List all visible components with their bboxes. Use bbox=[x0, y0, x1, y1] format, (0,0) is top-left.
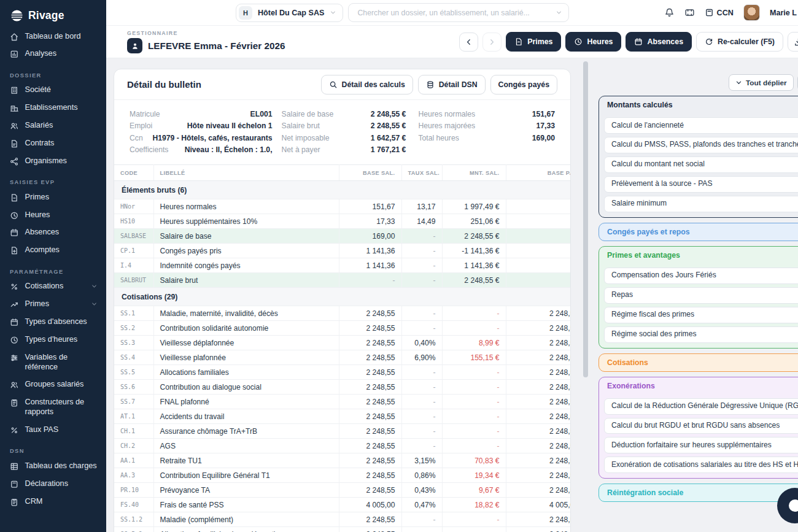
col-header-code[interactable]: CODE bbox=[114, 165, 153, 181]
table-row[interactable]: CP.1Congés payés pris1 141,36--1 141,36 … bbox=[114, 244, 571, 258]
sidebar-item-primes[interactable]: Primes bbox=[0, 188, 106, 206]
search-input[interactable] bbox=[356, 8, 556, 18]
calc-group-header[interactable]: Cotisations bbox=[599, 354, 798, 371]
search-box[interactable] bbox=[348, 3, 569, 22]
table-row[interactable]: HS10Heures supplémentaires 10%17,3314,49… bbox=[114, 214, 571, 229]
table-section-row[interactable]: Éléments bruts (6) bbox=[114, 181, 571, 199]
table-row[interactable]: SALBASESalaire de base169,00-2 248,55 €- bbox=[114, 229, 571, 244]
calc-item[interactable]: Régime fiscal des primes bbox=[604, 307, 798, 323]
brand-logo[interactable]: Rivage bbox=[0, 0, 106, 28]
database-icon bbox=[426, 80, 435, 89]
table-row[interactable]: SS.2Contribution solidarité autonomie2 2… bbox=[114, 321, 571, 336]
col-header-base-sal[interactable]: BASE SAL. bbox=[339, 165, 401, 181]
calc-item[interactable]: Calcul du montant net social bbox=[604, 156, 798, 173]
calc-item[interactable]: Calcul de la Réduction Générale Dégressi… bbox=[604, 398, 798, 415]
scrollbar-thumb[interactable] bbox=[583, 61, 588, 377]
table-row[interactable]: SS.3Vieillesse déplafonnée2 248,550,40%8… bbox=[114, 336, 571, 350]
table-row[interactable]: SS.1Maladie, maternité, invalidité, décè… bbox=[114, 306, 571, 321]
sidebar-item-declarations[interactable]: Déclarations bbox=[0, 475, 106, 493]
calc-group-header[interactable]: Montants calculés bbox=[599, 96, 798, 114]
primes-button[interactable]: Primes bbox=[506, 32, 561, 52]
calc-item[interactable]: Salaire minimum bbox=[604, 196, 798, 212]
calc-item[interactable]: Calcul de l'ancienneté bbox=[604, 117, 798, 134]
calc-item[interactable]: Déduction forfaitaire sur heures supplém… bbox=[604, 437, 798, 453]
col-header-mnt-sal[interactable]: MNT. SAL. bbox=[442, 165, 506, 181]
next-period-button[interactable] bbox=[482, 33, 502, 52]
rivage-logo-icon bbox=[10, 9, 24, 23]
sidebar-item-tableau-de-bord[interactable]: Tableau de bord bbox=[0, 28, 106, 45]
sidebar-item-types-d-absences[interactable]: Types d'absences bbox=[0, 313, 106, 331]
detail-calculs-button[interactable]: Détail des calculs bbox=[321, 75, 413, 94]
sidebar-item-cotisations[interactable]: Cotisations bbox=[0, 278, 106, 296]
table-row[interactable]: SS.5Allocations familiales2 248,55--2 24… bbox=[114, 365, 571, 380]
calc-group-header[interactable]: Congés payés et repos bbox=[599, 223, 798, 241]
cell-code: SS.5 bbox=[114, 365, 153, 380]
sidebar-item-heures[interactable]: Heures bbox=[0, 206, 106, 224]
calc-item[interactable]: Compensation des Jours Fériés bbox=[604, 268, 798, 284]
table-row[interactable]: PR.10Prévoyance TA2 248,550,43%9,67 €2 2… bbox=[114, 483, 571, 498]
calc-group-header[interactable]: Réintégration sociale bbox=[599, 484, 798, 501]
cell-base-sal: 2 248,55 bbox=[339, 336, 401, 350]
sidebar-item-societe[interactable]: Société bbox=[0, 82, 106, 99]
heures-button[interactable]: Heures bbox=[565, 32, 621, 52]
absences-button[interactable]: Absences bbox=[626, 32, 692, 52]
sidebar-item-etablissements[interactable]: Etablissements bbox=[0, 99, 106, 117]
col-header-taux-sal[interactable]: TAUX SAL. bbox=[401, 165, 442, 181]
table-row[interactable]: AT.1Accidents du travail2 248,55--2 248,… bbox=[114, 409, 571, 424]
table-row[interactable]: CH.1Assurance chômage TrA+TrB2 248,55--2… bbox=[114, 424, 571, 439]
table-row[interactable]: CH.2AGS2 248,55--2 248,55 bbox=[114, 439, 571, 453]
table-row[interactable]: I.4Indemnité congés payés1 141,36-1 141,… bbox=[114, 258, 571, 273]
table-row[interactable]: SS.6Contribution au dialogue social2 248… bbox=[114, 380, 571, 395]
table-row[interactable]: HNorHeures normales151,6713,171 997,49 €… bbox=[114, 199, 571, 214]
table-row[interactable]: AA.1Retraite TU12 248,553,15%70,83 €2 24… bbox=[114, 453, 571, 468]
sidebar-item-variables-de-reference[interactable]: Variables de référence bbox=[0, 349, 106, 376]
expand-all-button[interactable]: Tout déplier bbox=[729, 74, 794, 91]
calc-item[interactable]: Calcul du brut RGDU et brut RGDU sans ab… bbox=[604, 418, 798, 434]
sidebar-item-taux-pas[interactable]: Taux PAS bbox=[0, 422, 106, 439]
conges-payes-button[interactable]: Congés payés bbox=[490, 75, 557, 94]
sidebar-item-organismes[interactable]: Organismes bbox=[0, 152, 106, 170]
table-row[interactable]: AA.3Contribution Equilibre Général T12 2… bbox=[114, 468, 571, 483]
company-selector[interactable]: H Hôtel Du Cap SAS bbox=[236, 4, 343, 22]
sidebar-item-primes[interactable]: Primes bbox=[0, 296, 106, 314]
sidebar-section-label: SAISIES EVP bbox=[0, 170, 106, 188]
col-header-base-pat[interactable]: BASE PAT. bbox=[506, 165, 571, 181]
calc-group-header[interactable]: Exonérations bbox=[599, 377, 798, 395]
recalculate-button[interactable]: Re-calculer (F5) bbox=[696, 32, 783, 52]
previous-period-button[interactable] bbox=[459, 33, 478, 52]
calc-item[interactable]: Régime social des primes bbox=[604, 326, 798, 343]
sidebar-item-crm[interactable]: CRM bbox=[0, 493, 106, 511]
sidebar-item-types-d-heures[interactable]: Types d'heures bbox=[0, 331, 106, 349]
table-row[interactable]: SS.4Vieillesse plafonnée2 248,556,90%155… bbox=[114, 350, 571, 365]
table-row[interactable]: SS.1.2Maladie (complément)2 248,55--2 24… bbox=[114, 512, 571, 527]
sliders-icon bbox=[10, 353, 19, 363]
calc-item[interactable]: Prélèvement à la source - PAS bbox=[604, 176, 798, 193]
sidebar-item-contrats[interactable]: Contrats bbox=[0, 134, 106, 152]
sidebar-item-acomptes[interactable]: Acomptes bbox=[0, 242, 106, 260]
sidebar-item-salaries[interactable]: Salariés bbox=[0, 117, 106, 135]
topbar-right: CCN Marie L bbox=[664, 4, 798, 21]
detail-dsn-button[interactable]: Détail DSN bbox=[418, 75, 486, 94]
sidebar-item-constructeurs-de-rapports[interactable]: Constructeurs de rapports bbox=[0, 394, 106, 422]
table-row[interactable]: FS.40Frais de santé PSS4 005,000,47%18,8… bbox=[114, 498, 571, 512]
calc-item[interactable]: Repas bbox=[604, 287, 798, 304]
bell-icon[interactable] bbox=[664, 7, 675, 18]
table-row[interactable]: SS.5.2Allocations familiales (complément… bbox=[114, 527, 571, 532]
sidebar-item-label: Etablissements bbox=[25, 103, 98, 113]
ticket-icon[interactable] bbox=[684, 7, 695, 18]
calc-group-header[interactable]: Primes et avantages bbox=[599, 247, 798, 264]
col-header-libelle[interactable]: LIBELLÉ bbox=[153, 165, 339, 181]
scrollbar[interactable] bbox=[583, 61, 588, 529]
calc-item[interactable]: Calcul du PMSS, PASS, plafonds des tranc… bbox=[604, 137, 798, 153]
avatar[interactable] bbox=[743, 4, 760, 21]
sidebar-item-groupes-salaries[interactable]: Groupes salariés bbox=[0, 376, 106, 394]
sidebar-item-absences[interactable]: Absences bbox=[0, 224, 106, 242]
sidebar-item-tableau-des-charges[interactable]: Tableau des charges bbox=[0, 457, 106, 475]
ccn-button[interactable]: CCN bbox=[705, 8, 734, 17]
table-row[interactable]: SS.7FNAL plafonné2 248,55--2 248,55 bbox=[114, 395, 571, 409]
download-button[interactable] bbox=[788, 32, 798, 52]
table-section-row[interactable]: Cotisations (29) bbox=[114, 288, 571, 306]
sidebar-item-analyses[interactable]: Analyses bbox=[0, 45, 106, 63]
table-row[interactable]: SALBRUTSalaire brut--2 248,55 €- bbox=[114, 273, 571, 288]
calc-item[interactable]: Exonération de cotisations salariales au… bbox=[604, 457, 798, 473]
